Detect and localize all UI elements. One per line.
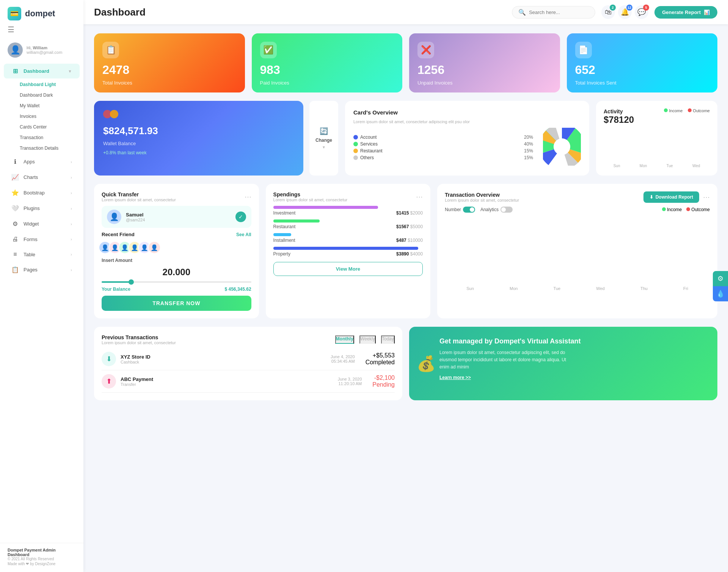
- message-button[interactable]: 💬 5: [635, 5, 648, 19]
- generate-report-button[interactable]: Generate Report 📊: [654, 6, 717, 19]
- recent-friend-row: Recent Friend See All: [102, 232, 251, 237]
- hamburger-button[interactable]: ☰: [0, 25, 83, 39]
- wallet-change-button[interactable]: 🔄 Change ▼: [309, 101, 338, 176]
- total-sent-number: 652: [575, 63, 709, 77]
- sidebar-sub-item-dashboard-dark[interactable]: Dashboard Dark: [0, 90, 83, 100]
- sidebar-item-bootstrap[interactable]: ⭐ Bootstrap ›: [4, 185, 80, 200]
- notification-badge: 12: [626, 5, 632, 11]
- message-badge: 5: [643, 5, 649, 11]
- header: Dashboard 🔍 🛍 2 🔔 12 💬 5 Generate Report…: [83, 0, 728, 24]
- download-icon: ⬇: [650, 194, 653, 200]
- tab-weekly[interactable]: Weekly: [359, 335, 376, 344]
- analytics-toggle[interactable]: Analytics: [480, 207, 513, 213]
- sidebar-item-label: Dashboard: [24, 68, 63, 74]
- transfer-user-handle: @sam224: [126, 218, 145, 222]
- table-icon: ≡: [11, 251, 19, 258]
- sidebar-sub-item-invoices[interactable]: Invoices: [0, 111, 83, 122]
- charts-icon: 📈: [11, 174, 19, 181]
- spending-restaurant: Restaurant $1567 $5000: [273, 219, 423, 229]
- paid-invoices-label: Paid Invoices: [260, 80, 394, 86]
- avatar: 👤: [8, 42, 23, 58]
- activity-amount: $78120: [604, 114, 634, 125]
- sidebar-item-plugins[interactable]: 🤍 Plugins ›: [4, 201, 80, 216]
- shopping-bag-button[interactable]: 🛍 2: [601, 5, 615, 19]
- right-fixed-buttons: ⚙ 💧: [713, 271, 728, 301]
- svg-point-4: [554, 138, 570, 155]
- pie-chart: [543, 128, 581, 167]
- more-options-icon[interactable]: ⋯: [245, 193, 251, 201]
- settings-fixed-button[interactable]: ⚙: [713, 271, 728, 286]
- search-input[interactable]: [529, 9, 582, 15]
- sent-icon: 📄: [575, 42, 592, 58]
- wallet-section: $824,571.93 Wallet Balance +0.8% than la…: [94, 101, 338, 176]
- download-report-button[interactable]: ⬇ Download Report: [643, 191, 699, 203]
- number-toggle[interactable]: Number: [445, 207, 475, 213]
- spendings-card: Spendings Lorem ipsum dolor sit amet, co…: [266, 184, 431, 318]
- co-row-others: Others 15%: [353, 154, 533, 161]
- card-overview-desc: Lorem ipsum dolor sit amet, consectetur …: [353, 119, 581, 124]
- va-title: Get managed by Dompet's Virtual Assistan…: [439, 337, 707, 345]
- content-area: 📋 2478 Total Invoices ✅ 983 Paid Invoice…: [83, 24, 728, 572]
- amount-slider[interactable]: [102, 281, 251, 283]
- spendings-more-icon[interactable]: ⋯: [416, 193, 423, 201]
- invoice-icon: 📋: [102, 42, 119, 58]
- chevron-down-icon: ▼: [68, 69, 72, 74]
- last-row: Previous Transactions Lorem ipsum dolor …: [94, 327, 717, 400]
- sidebar-item-charts[interactable]: 📈 Charts ›: [4, 170, 80, 185]
- sidebar-sub-item-my-wallet[interactable]: My Wallet: [0, 100, 83, 111]
- water-drop-fixed-button[interactable]: 💧: [713, 286, 728, 301]
- unpaid-invoices-number: 1256: [417, 63, 552, 77]
- pages-icon: 📋: [11, 266, 19, 273]
- tx-overview-more-icon[interactable]: ⋯: [703, 193, 710, 201]
- total-invoices-number: 2478: [102, 63, 237, 77]
- view-more-button[interactable]: View More: [273, 262, 423, 276]
- sidebar-sub-item-transaction[interactable]: Transaction: [0, 132, 83, 143]
- sidebar-sub-item-transaction-details[interactable]: Transaction Details: [0, 143, 83, 154]
- sidebar-item-dashboard[interactable]: ⊞ Dashboard ▼: [4, 64, 80, 78]
- prev-tx-header: Previous Transactions Lorem ipsum dolor …: [102, 334, 395, 345]
- activity-title: Activity: [604, 108, 634, 114]
- balance-row: Your Balance $ 456,345.62: [102, 287, 251, 292]
- stat-cards-row: 📋 2478 Total Invoices ✅ 983 Paid Invoice…: [94, 33, 717, 92]
- co-row-account: Account 20%: [353, 134, 533, 141]
- tx-meta-2: June 3, 202011:20:10 AM: [338, 377, 362, 386]
- tab-today[interactable]: Today: [381, 335, 395, 344]
- search-bar[interactable]: 🔍: [512, 6, 595, 19]
- sidebar-item-apps[interactable]: ℹ Apps ›: [4, 154, 80, 169]
- refresh-icon: 🔄: [320, 127, 328, 135]
- table-row: ⬇ XYZ Store ID Cashback June 4, 2020 05:…: [102, 348, 395, 370]
- stat-card-unpaid-invoices: ❌ 1256 Unpaid Invoices: [409, 33, 560, 92]
- sidebar-sub-item-cards-center[interactable]: Cards Center: [0, 122, 83, 132]
- sidebar-item-table[interactable]: ≡ Table ›: [4, 247, 80, 262]
- paid-invoices-number: 983: [260, 63, 394, 77]
- sidebar-item-widget[interactable]: ⚙ Widget ›: [4, 216, 80, 231]
- see-all-button[interactable]: See All: [236, 232, 251, 237]
- spendings-desc: Lorem ipsum dolor sit amet, consectetur: [273, 197, 348, 202]
- wallet-balance: $824,571.93: [103, 125, 294, 137]
- sidebar-footer: Dompet Payment Admin Dashboard © 2021 Al…: [0, 543, 83, 566]
- co-row-services: Services 40%: [353, 141, 533, 147]
- insert-amount-label: Insert Amount: [102, 258, 251, 263]
- va-learn-more-link[interactable]: Learn more >>: [439, 375, 707, 380]
- sidebar-sub-item-dashboard-light[interactable]: Dashboard Light: [0, 79, 83, 90]
- spendings-title: Spendings: [273, 191, 348, 197]
- dashboard-icon: ⊞: [11, 67, 19, 75]
- notification-bell-button[interactable]: 🔔 12: [618, 5, 632, 19]
- bottom-row: Quick Transfer Lorem ipsum dolor sit ame…: [94, 184, 717, 318]
- generate-report-label: Generate Report: [662, 9, 701, 15]
- transaction-overview-card: Transaction Overview Lorem ipsum dolor s…: [437, 184, 717, 318]
- tx-icon-2: ⬆: [102, 374, 116, 389]
- tab-monthly[interactable]: Monthly: [335, 335, 354, 344]
- tx-info: XYZ Store ID Cashback: [121, 354, 151, 364]
- chart-icon: 📊: [704, 9, 710, 15]
- activity-card: Activity $78120 Income Outcome SunMonTue…: [596, 101, 717, 176]
- logo-area: 💳 dompet: [0, 0, 83, 25]
- sidebar-item-forms[interactable]: 🖨 Forms ›: [4, 232, 80, 246]
- transfer-user-avatar: 👤: [107, 210, 121, 224]
- transaction-overview-desc: Lorem ipsum dolor sit amet, consectetur: [445, 198, 519, 202]
- chevron-down-icon: ▼: [322, 145, 326, 149]
- va-icon: 💰: [417, 355, 436, 373]
- sidebar-item-pages[interactable]: 📋 Pages ›: [4, 262, 80, 277]
- chevron-right-icon: ›: [71, 191, 72, 195]
- transfer-now-button[interactable]: TRANSFER NOW: [102, 296, 251, 311]
